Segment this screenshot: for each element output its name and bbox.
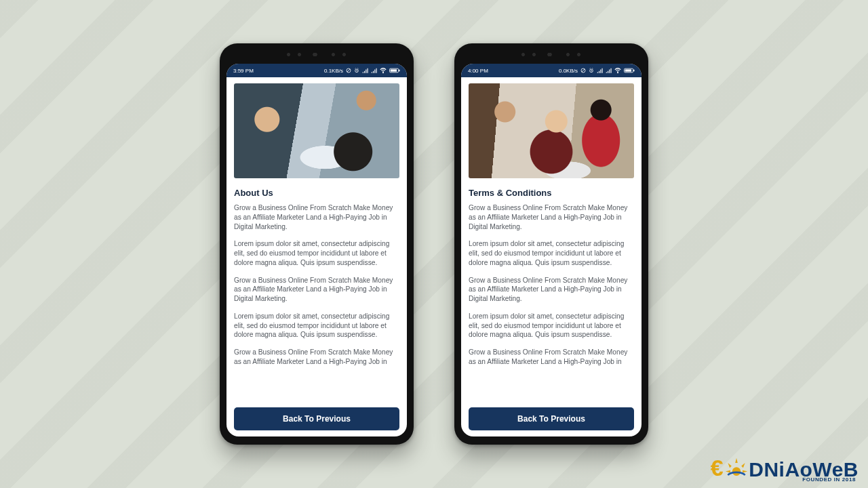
svg-point-12 xyxy=(732,467,741,476)
battery-icon xyxy=(389,68,400,73)
scroll-fade xyxy=(461,392,642,404)
signal-icon xyxy=(606,68,612,73)
paragraph: Grow a Business Online From Scratch Make… xyxy=(469,276,634,304)
phone-mockups: 3:59 PM 0.1KB/s xyxy=(0,0,868,488)
svg-rect-5 xyxy=(391,69,397,71)
sun-icon xyxy=(724,457,749,481)
hero-image xyxy=(234,83,399,178)
brand-tagline: FOUNDED IN 2018 xyxy=(802,476,856,483)
paragraph: Lorem ipsum dolor sit amet, consectetur … xyxy=(469,239,634,267)
battery-icon xyxy=(624,68,635,73)
status-bar: 4:00 PM 0.0KB/s xyxy=(461,64,642,77)
paragraph: Lorem ipsum dolor sit amet, consectetur … xyxy=(234,239,399,267)
paragraph: Grow a Business Online From Scratch Make… xyxy=(234,348,399,367)
wifi-icon xyxy=(380,68,387,73)
euro-icon: € xyxy=(711,455,723,481)
hero-image xyxy=(469,83,634,178)
scroll-fade xyxy=(226,392,407,404)
watermark: € DNiAoWeB FOUNDED IN 2018 xyxy=(711,455,859,481)
content-area[interactable]: About Us Grow a Business Online From Scr… xyxy=(226,77,407,436)
page-title: About Us xyxy=(234,188,399,198)
status-dnd-icon xyxy=(580,68,586,73)
status-net: 0.1KB/s xyxy=(324,68,343,74)
signal-icon xyxy=(362,68,368,73)
signal-icon xyxy=(597,68,603,73)
status-net: 0.0KB/s xyxy=(559,68,578,74)
status-bar: 3:59 PM 0.1KB/s xyxy=(226,64,407,77)
back-button[interactable]: Back To Previous xyxy=(234,407,399,430)
page-title: Terms & Conditions xyxy=(469,188,634,198)
status-time: 3:59 PM xyxy=(233,68,254,74)
back-button-label: Back To Previous xyxy=(517,414,585,424)
phone-right: 4:00 PM 0.0KB/s xyxy=(454,43,648,445)
paragraph: Grow a Business Online From Scratch Make… xyxy=(234,276,399,304)
status-dnd-icon xyxy=(346,68,351,73)
alarm-icon xyxy=(589,68,594,73)
screen-right: 4:00 PM 0.0KB/s xyxy=(461,64,642,436)
svg-point-8 xyxy=(618,73,618,73)
svg-rect-11 xyxy=(625,69,631,71)
paragraph: Grow a Business Online From Scratch Make… xyxy=(469,203,634,231)
back-button-label: Back To Previous xyxy=(283,414,351,424)
alarm-icon xyxy=(354,68,359,73)
paragraph: Grow a Business Online From Scratch Make… xyxy=(234,203,399,231)
paragraph: Lorem ipsum dolor sit amet, consectetur … xyxy=(469,312,634,340)
wifi-icon xyxy=(614,68,621,73)
screen-left: 3:59 PM 0.1KB/s xyxy=(226,64,407,436)
paragraph: Grow a Business Online From Scratch Make… xyxy=(469,348,634,367)
content-area[interactable]: Terms & Conditions Grow a Business Onlin… xyxy=(461,77,642,436)
back-button[interactable]: Back To Previous xyxy=(469,407,634,430)
svg-point-2 xyxy=(383,73,384,73)
paragraph: Lorem ipsum dolor sit amet, consectetur … xyxy=(234,312,399,340)
status-time: 4:00 PM xyxy=(468,68,488,74)
signal-icon xyxy=(371,68,377,73)
svg-rect-4 xyxy=(399,70,399,72)
svg-rect-10 xyxy=(633,70,634,72)
phone-left: 3:59 PM 0.1KB/s xyxy=(220,43,414,445)
